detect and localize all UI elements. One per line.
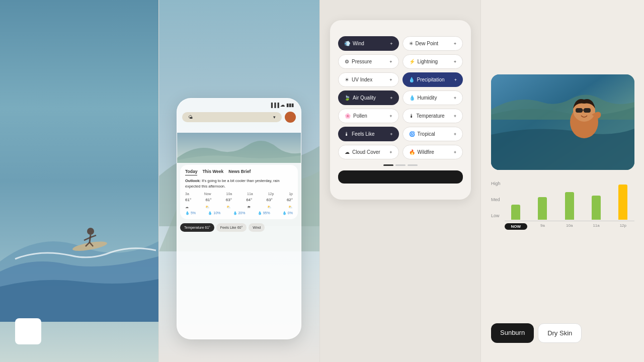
weather-channel-logo-icon [15,318,41,344]
feels-like-icon: 🌡 [344,131,349,137]
phone-mountain-bg [177,133,301,163]
plus-icon: + [389,150,392,155]
plus-icon: + [454,150,456,155]
pill-feels-like[interactable]: Feels Like 60° [216,223,247,232]
temperature-icon: 🌡 [409,113,414,119]
uv-icon: ☀ [345,77,349,82]
chart-y-labels: High Med Low [491,181,501,226]
plus-icon: + [454,41,456,46]
phone-mockup: ▐▐▐ ☁ ▮▮▮ 🌤 ▾ [177,98,301,339]
plus-icon: + [390,132,392,137]
quiz-option-pollen-label: Pollen [353,113,367,119]
panel1-logo [15,318,47,344]
panel-4: High Med Low [480,0,644,362]
chart-x-10a: 10a [558,223,581,230]
chart-bar-group-now [505,205,527,220]
cloud-cover-icon: ☁ [345,149,350,155]
surfer-scene [0,171,158,322]
svg-rect-12 [576,108,583,113]
quiz-option-wildfire[interactable]: 🔥 Wildfire + [403,145,463,159]
plus-icon: + [454,114,456,119]
quiz-option-uv-label: UV Index [352,77,372,82]
quiz-option-lightning-label: Lightning [418,59,438,64]
tab-today[interactable]: Today [185,169,197,175]
chart-bar-now [511,205,520,220]
phone-precip-row: 💧 5%💧 10%💧 20%💧 95%💧 0% [185,211,293,215]
quiz-option-lightning[interactable]: ⚡ Lightning + [403,54,463,69]
quiz-option-precipitation-label: Precipitation [417,77,445,82]
air-quality-icon: 🍃 [344,95,350,101]
tab-news-brief[interactable]: News Brief [228,169,251,175]
quiz-option-humidity-label: Humidity [418,95,437,101]
dot-2 [395,164,406,166]
quiz-option-cloud-cover-label: Cloud Cover [352,149,380,155]
pill-dry-skin[interactable]: Dry Skin [538,323,582,343]
panel4-pills: Sunburn Dry Skin [491,323,582,343]
quiz-option-temperature[interactable]: 🌡 Temperature + [403,109,463,123]
quiz-option-wildfire-label: Wildfire [418,149,434,155]
tab-this-week[interactable]: This Week [202,169,223,175]
maybe-later-button[interactable] [338,188,463,192]
panel-1 [0,0,158,362]
dot-1 [383,164,393,166]
pollen-icon: 🌸 [345,113,351,119]
phone-bottom-tabs: Temperature 61° Feels Like 60° Wind [177,221,301,234]
chart-y-med: Med [491,197,501,202]
quiz-option-wind-label: Wind [353,41,364,46]
chart-bar-group-10a [558,192,581,220]
wind-icon: 💨 [344,41,350,46]
quiz-option-temperature-label: Temperature [417,113,445,119]
svg-point-1 [87,228,94,235]
quiz-option-wind[interactable]: 💨 Wind + [338,36,399,51]
svg-line-6 [91,235,96,237]
chart-y-high: High [491,181,501,186]
quiz-option-tropical[interactable]: 🌀 Tropical + [403,127,463,141]
chart-bar-group-11a [585,196,607,220]
phone-signal-icons: ▐▐▐ ☁ ▮▮▮ [270,103,294,108]
quiz-option-tropical-label: Tropical [418,131,435,137]
chart-container: High Med Low [491,181,634,230]
quiz-option-precipitation[interactable]: 💧 Precipitation + [403,72,463,87]
quiz-option-pollen[interactable]: 🌸 Pollen + [338,109,399,123]
plus-icon: + [454,77,457,82]
quiz-option-air-quality-label: Air Quality [353,95,376,101]
location-pill[interactable]: 🌤 ▾ [182,112,282,122]
svg-line-2 [90,235,91,242]
pill-sunburn[interactable]: Sunburn [491,323,534,343]
quiz-option-air-quality[interactable]: 🍃 Air Quality + [338,90,399,105]
chart-x-9a: 9a [531,223,554,230]
quiz-option-feels-like[interactable]: 🌡 Feels Like + [338,127,399,141]
plus-icon: + [390,96,392,101]
plus-icon: + [389,77,392,82]
panel4-chart-area: High Med Low [491,181,634,230]
quiz-option-humidity[interactable]: 💧 Humidity + [403,90,463,105]
pill-wind[interactable]: Wind [249,223,265,232]
svg-rect-13 [584,108,591,113]
quiz-option-pressure[interactable]: ⚙ Pressure + [338,54,399,69]
phone-tabs-row: Today This Week News Brief [185,169,293,175]
quiz-option-uv[interactable]: ☀ UV Index + [338,72,399,87]
chart-x-now[interactable]: NOW [505,223,527,230]
phone-temp-row: 61°61°63°64°63°62° [185,198,293,202]
quiz-options-grid: 💨 Wind + ✳ Dew Point + ⚙ Pressure + ⚡ Li… [338,36,463,159]
humidity-icon: 💧 [409,95,415,101]
phone-time-row: 3aNow10a11a12p1p [185,192,293,196]
quiz-option-feels-like-label: Feels Like [352,131,375,137]
quiz-progress-dots [338,164,463,166]
phone-weather-card: Today This Week News Brief Outlook: It's… [180,165,298,219]
quiz-option-dew-point[interactable]: ✳ Dew Point + [403,36,463,51]
chevron-down-icon: ▾ [273,115,276,120]
pill-temperature[interactable]: Temperature 61° [180,223,214,232]
chart-x-12p: 12p [612,223,634,230]
panel-2: ▐▐▐ ☁ ▮▮▮ 🌤 ▾ [158,0,319,362]
plus-icon: + [454,132,456,137]
tropical-icon: 🌀 [409,131,415,137]
plus-icon: + [389,114,392,119]
chart-y-low: Low [491,213,501,218]
quiz-option-pressure-label: Pressure [352,59,372,64]
next-button[interactable] [338,170,463,184]
location-icon: 🌤 [188,115,193,120]
quiz-option-cloud-cover[interactable]: ☁ Cloud Cover + [338,145,399,159]
user-avatar[interactable] [285,112,296,123]
quiz-card: 💨 Wind + ✳ Dew Point + ⚙ Pressure + ⚡ Li… [330,20,471,200]
